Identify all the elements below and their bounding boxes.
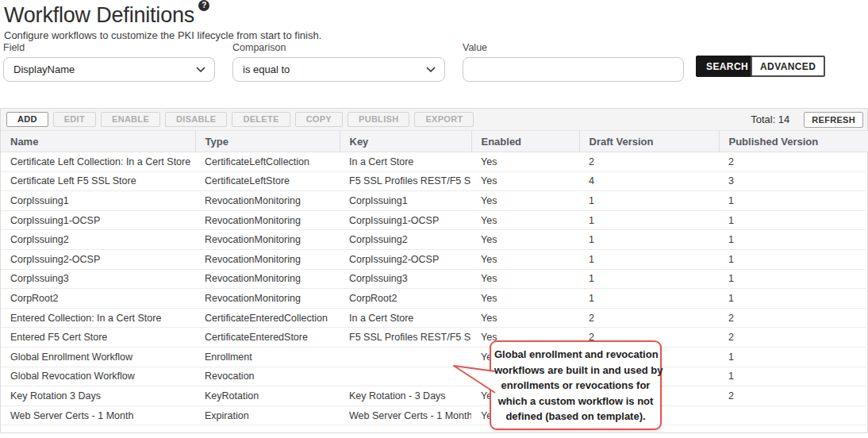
cell-key: F5 SSL Profiles REST/F5 SSL bbox=[340, 171, 471, 191]
help-icon[interactable]: ? bbox=[198, 0, 209, 11]
cell-enabled: Yes bbox=[471, 289, 579, 309]
cell-published-version bbox=[719, 405, 868, 425]
cell-name: CorpIssuing3 bbox=[1, 269, 195, 289]
toolbar-button-publish: PUBLISH bbox=[348, 112, 409, 127]
cell-type: RevocationMonitoring bbox=[195, 249, 340, 269]
table-row[interactable]: Web Server Certs - 1 MonthExpirationWeb … bbox=[1, 405, 868, 425]
cell-type: RevocationMonitoring bbox=[195, 210, 340, 230]
table-row[interactable]: Global Revocation WorkflowRevocationYes1 bbox=[1, 367, 868, 386]
table-row[interactable]: Certificate Left Collection: In a Cert S… bbox=[1, 152, 868, 172]
advanced-button[interactable]: ADVANCED bbox=[751, 56, 825, 77]
table-row[interactable]: Entered F5 Cert StoreCertificateEnteredS… bbox=[1, 328, 868, 348]
cell-enabled: Yes bbox=[471, 210, 579, 230]
cell-enabled: Yes bbox=[471, 308, 579, 328]
cell-published-version: 1 bbox=[719, 191, 868, 211]
cell-draft-version: 1 bbox=[579, 210, 719, 230]
toolbar-button-delete: DELETE bbox=[232, 112, 290, 127]
cell-key: CorpIssuing3 bbox=[340, 269, 471, 289]
cell-key: Web Server Certs - 1 Month … bbox=[340, 405, 471, 425]
cell-published-version: 2 bbox=[719, 328, 868, 348]
cell-draft-version: 1 bbox=[579, 269, 719, 289]
table-row[interactable]: Global Enrollment WorkflowEnrollmentYes1 bbox=[1, 347, 868, 367]
cell-key: CorpIssuing2-OCSP bbox=[340, 249, 471, 269]
table-row[interactable]: CorpIssuing3RevocationMonitoringCorpIssu… bbox=[1, 269, 868, 289]
cell-enabled: Yes bbox=[471, 249, 579, 269]
table-row[interactable]: Certificate Left F5 SSL StoreCertificate… bbox=[1, 171, 868, 191]
cell-name: Certificate Left Collection: In a Cert S… bbox=[1, 152, 195, 172]
page-title: Workflow Definitions? bbox=[4, 0, 209, 28]
cell-draft-version: 1 bbox=[579, 191, 719, 211]
callout-line: which a custom workflow is not bbox=[494, 394, 657, 409]
table-row[interactable]: CorpIssuing2-OCSPRevocationMonitoringCor… bbox=[1, 249, 868, 269]
table-row[interactable]: CorpIssuing1RevocationMonitoringCorpIssu… bbox=[1, 191, 868, 211]
cell-draft-version: 1 bbox=[579, 230, 719, 250]
column-header-published-version[interactable]: Published Version bbox=[719, 131, 868, 152]
field-select-value: DisplayName bbox=[13, 63, 75, 75]
field-label: Field bbox=[3, 42, 215, 53]
column-header-key[interactable]: Key bbox=[340, 131, 471, 152]
toolbar-button-edit: EDIT bbox=[53, 112, 96, 127]
cell-enabled: Yes bbox=[471, 230, 579, 250]
cell-key: In a Cert Store bbox=[340, 308, 471, 328]
chevron-down-icon bbox=[426, 67, 436, 73]
cell-enabled: Yes bbox=[471, 171, 579, 191]
cell-name: Entered Collection: In a Cert Store bbox=[1, 308, 195, 328]
cell-enabled: Yes bbox=[471, 269, 579, 289]
callout-line: Global enrollment and revocation bbox=[494, 347, 657, 363]
comparison-select[interactable]: is equal to bbox=[232, 57, 445, 82]
cell-name: CorpIssuing1-OCSP bbox=[1, 210, 195, 230]
table-row[interactable]: Key Rotation 3 DaysKeyRotationKey Rotati… bbox=[1, 386, 868, 406]
cell-type: Expiration bbox=[195, 405, 340, 425]
cell-published-version: 2 bbox=[719, 386, 868, 406]
chevron-down-icon bbox=[196, 67, 205, 73]
cell-published-version: 3 bbox=[719, 171, 868, 191]
cell-type: CertificateEnteredCollection bbox=[195, 308, 340, 328]
cell-published-version: 2 bbox=[719, 152, 868, 172]
cell-published-version: 1 bbox=[719, 230, 868, 250]
cell-key: CorpRoot2 bbox=[340, 289, 471, 309]
toolbar-button-disable: DISABLE bbox=[165, 112, 227, 127]
cell-draft-version: 2 bbox=[579, 308, 719, 328]
table-row[interactable]: CorpRoot2RevocationMonitoringCorpRoot2Ye… bbox=[1, 289, 868, 309]
table-row[interactable]: Entered Collection: In a Cert StoreCerti… bbox=[1, 308, 868, 328]
cell-key: In a Cert Store bbox=[340, 152, 471, 172]
toolbar-button-add[interactable]: ADD bbox=[6, 112, 48, 127]
cell-draft-version: 1 bbox=[579, 289, 719, 309]
cell-name: CorpIssuing1 bbox=[1, 191, 195, 211]
cell-published-version: 1 bbox=[719, 367, 868, 386]
cell-published-version: 1 bbox=[719, 289, 868, 309]
column-header-type[interactable]: Type bbox=[195, 131, 340, 152]
cell-name: Web Server Certs - 1 Month bbox=[1, 405, 195, 425]
value-input[interactable] bbox=[463, 57, 684, 82]
callout-line: defined (based on template). bbox=[494, 409, 657, 425]
cell-type: Revocation bbox=[195, 367, 340, 386]
cell-draft-version: 2 bbox=[579, 152, 719, 172]
search-button[interactable]: SEARCH bbox=[696, 56, 759, 77]
cell-draft-version: 4 bbox=[579, 171, 719, 191]
field-group: Field DisplayName bbox=[3, 42, 215, 82]
cell-name: Global Revocation Workflow bbox=[1, 367, 195, 386]
grid-toolbar: ADDEDITENABLEDISABLEDELETECOPYPUBLISHEXP… bbox=[1, 109, 867, 131]
workflow-table: Name Type Key Enabled Draft Version Publ… bbox=[1, 131, 868, 425]
cell-published-version: 1 bbox=[719, 210, 868, 230]
annotation-callout: Global enrollment and revocationworkflow… bbox=[490, 340, 662, 430]
cell-name: Global Enrollment Workflow bbox=[1, 347, 195, 367]
column-header-draft-version[interactable]: Draft Version bbox=[579, 131, 719, 152]
column-header-enabled[interactable]: Enabled bbox=[471, 131, 579, 152]
cell-key: F5 SSL Profiles REST/F5 SSL bbox=[340, 328, 471, 348]
column-header-name[interactable]: Name bbox=[1, 131, 195, 152]
value-group: Value bbox=[463, 42, 684, 82]
cell-type: KeyRotation bbox=[195, 386, 340, 406]
cell-name: CorpIssuing2 bbox=[1, 230, 195, 250]
comparison-select-value: is equal to bbox=[243, 63, 290, 75]
cell-published-version: 1 bbox=[719, 347, 868, 367]
cell-type: Enrollment bbox=[195, 347, 340, 367]
cell-enabled: Yes bbox=[471, 191, 579, 211]
cell-published-version: 2 bbox=[719, 308, 868, 328]
table-row[interactable]: CorpIssuing1-OCSPRevocationMonitoringCor… bbox=[1, 210, 868, 230]
refresh-button[interactable]: REFRESH bbox=[804, 112, 863, 128]
table-row[interactable]: CorpIssuing2RevocationMonitoringCorpIssu… bbox=[1, 230, 868, 250]
cell-name: Key Rotation 3 Days bbox=[1, 386, 195, 406]
field-select[interactable]: DisplayName bbox=[3, 57, 215, 82]
comparison-group: Comparison is equal to bbox=[232, 42, 445, 82]
